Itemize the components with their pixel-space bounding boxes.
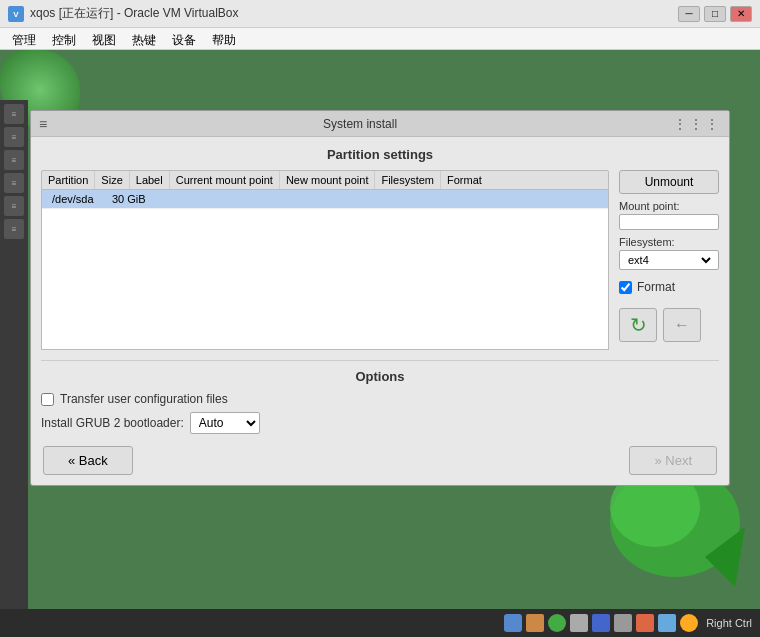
partition-container: Partition Size Label Current mount point… xyxy=(41,170,719,350)
desktop-area: ≡ ≡ ≡ ≡ ≡ ≡ ≡ System install ⋮⋮⋮ Partiti… xyxy=(0,50,760,637)
refresh-button[interactable]: ↻ xyxy=(619,308,657,342)
next-button-label: » Next xyxy=(654,453,692,468)
right-ctrl-label: Right Ctrl xyxy=(706,617,752,629)
filesystem-select-wrapper: ext4 ext3 ntfs fat32 xyxy=(619,250,719,270)
taskbar-icon-4 xyxy=(570,614,588,632)
dialog-content: Partition settings Partition Size Label … xyxy=(31,137,729,485)
sidebar-dot-1: ≡ xyxy=(4,104,24,124)
titlebar-controls: ─ □ ✕ xyxy=(678,6,752,22)
dialog-titlebar: ≡ System install ⋮⋮⋮ xyxy=(31,111,729,137)
sidebar-dot-5: ≡ xyxy=(4,196,24,216)
next-button[interactable]: » Next xyxy=(629,446,717,475)
partition-settings-title: Partition settings xyxy=(41,147,719,162)
col-partition: Partition xyxy=(42,171,95,189)
back-arrow-icon: ← xyxy=(674,316,690,334)
filesystem-select[interactable]: ext4 ext3 ntfs fat32 xyxy=(624,253,714,267)
menu-control[interactable]: 控制 xyxy=(44,30,84,47)
unmount-button[interactable]: Unmount xyxy=(619,170,719,194)
install-dialog: ≡ System install ⋮⋮⋮ Partition settings … xyxy=(30,110,730,486)
sidebar-left: ≡ ≡ ≡ ≡ ≡ ≡ xyxy=(0,100,28,609)
sidebar-dot-6: ≡ xyxy=(4,219,24,239)
svg-text:V: V xyxy=(13,10,19,19)
menu-help[interactable]: 帮助 xyxy=(204,30,244,47)
taskbar-icon-2 xyxy=(526,614,544,632)
dialog-title: System install xyxy=(323,117,397,131)
row-filesystem xyxy=(348,193,408,205)
menubar: 管理 控制 视图 热键 设备 帮助 xyxy=(0,28,760,50)
menu-icon: ≡ xyxy=(39,116,47,132)
back-button[interactable]: « Back xyxy=(43,446,133,475)
transfer-files-row: Transfer user configuration files xyxy=(41,392,719,406)
refresh-icon: ↻ xyxy=(630,313,647,337)
transfer-files-label: Transfer user configuration files xyxy=(60,392,228,406)
row-size: 30 GiB xyxy=(108,193,158,205)
row-new-mount xyxy=(278,193,348,205)
taskbar-icon-8 xyxy=(658,614,676,632)
col-format: Format xyxy=(441,171,488,189)
grub-row: Install GRUB 2 bootloader: Auto Manual N… xyxy=(41,412,719,434)
menu-devices[interactable]: 设备 xyxy=(164,30,204,47)
col-filesystem: Filesystem xyxy=(375,171,441,189)
sidebar-dot-4: ≡ xyxy=(4,173,24,193)
sidebar-dot-2: ≡ xyxy=(4,127,24,147)
taskbar: Right Ctrl xyxy=(0,609,760,637)
table-row[interactable]: /dev/sda 30 GiB xyxy=(42,190,608,209)
dialog-footer: « Back » Next xyxy=(41,446,719,475)
options-title: Options xyxy=(41,369,719,384)
grub-label: Install GRUB 2 bootloader: xyxy=(41,416,184,430)
titlebar-left: V xqos [正在运行] - Oracle VM VirtualBox xyxy=(8,5,239,22)
row-current-mount xyxy=(198,193,278,205)
filesystem-label: Filesystem: xyxy=(619,236,719,248)
options-section: Options Transfer user configuration file… xyxy=(41,360,719,434)
virtualbox-icon: V xyxy=(8,6,24,22)
col-new-mount: New mount point xyxy=(280,171,376,189)
col-size: Size xyxy=(95,171,129,189)
taskbar-icon-9 xyxy=(680,614,698,632)
close-button[interactable]: ✕ xyxy=(730,6,752,22)
titlebar: V xqos [正在运行] - Oracle VM VirtualBox ─ □… xyxy=(0,0,760,28)
partition-right-panel: Unmount Mount point: ▼ Filesystem: xyxy=(619,170,719,350)
taskbar-icon-7 xyxy=(636,614,654,632)
filesystem-section: Filesystem: ext4 ext3 ntfs fat32 xyxy=(619,236,719,270)
taskbar-icon-3 xyxy=(548,614,566,632)
row-partition: /dev/sda xyxy=(48,193,108,205)
row-format xyxy=(408,193,448,205)
sidebar-dot-3: ≡ xyxy=(4,150,24,170)
maximize-button[interactable]: □ xyxy=(704,6,726,22)
minimize-button[interactable]: ─ xyxy=(678,6,700,22)
window-title: xqos [正在运行] - Oracle VM VirtualBox xyxy=(30,5,239,22)
back-button-label: « Back xyxy=(68,453,108,468)
mount-point-section: Mount point: ▼ xyxy=(619,200,719,230)
menu-view[interactable]: 视图 xyxy=(84,30,124,47)
back-arrow-button[interactable]: ← xyxy=(663,308,701,342)
taskbar-icon-5 xyxy=(592,614,610,632)
transfer-files-checkbox[interactable] xyxy=(41,393,54,406)
menu-manage[interactable]: 管理 xyxy=(4,30,44,47)
table-header: Partition Size Label Current mount point… xyxy=(41,170,609,190)
taskbar-icon-1 xyxy=(504,614,522,632)
taskbar-icon-6 xyxy=(614,614,632,632)
mount-point-label: Mount point: xyxy=(619,200,719,212)
format-row: Format xyxy=(619,280,719,294)
window-chrome: V xqos [正在运行] - Oracle VM VirtualBox ─ □… xyxy=(0,0,760,51)
action-buttons: ↻ ← xyxy=(619,308,719,342)
table-body: /dev/sda 30 GiB xyxy=(41,190,609,350)
format-checkbox[interactable] xyxy=(619,281,632,294)
row-label xyxy=(158,193,198,205)
col-current-mount: Current mount point xyxy=(170,171,280,189)
col-label: Label xyxy=(130,171,170,189)
menu-hotkey[interactable]: 热键 xyxy=(124,30,164,47)
partition-table-area: Partition Size Label Current mount point… xyxy=(41,170,609,350)
mount-point-wrapper: ▼ xyxy=(619,214,719,230)
mount-point-input[interactable] xyxy=(622,216,760,228)
grub-select[interactable]: Auto Manual None xyxy=(190,412,260,434)
dialog-options-icon[interactable]: ⋮⋮⋮ xyxy=(673,116,721,132)
format-label: Format xyxy=(637,280,675,294)
